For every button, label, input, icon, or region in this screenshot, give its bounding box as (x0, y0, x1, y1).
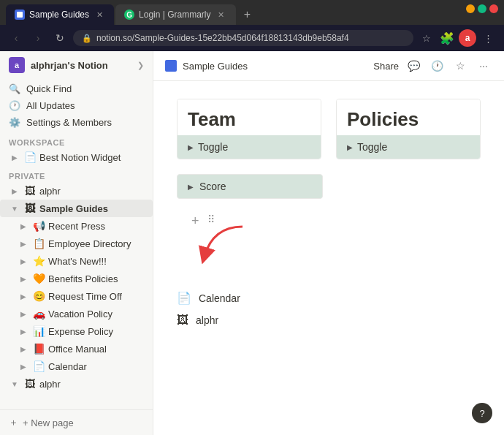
expand-arrow-icon: ▶ (18, 360, 29, 372)
forward-button[interactable]: › (29, 29, 47, 47)
sidebar-item-expense[interactable]: ▶ 📊 Expense Policy (0, 322, 153, 340)
close-button[interactable] (489, 4, 498, 13)
alphr-icon: 🖼 (23, 184, 37, 197)
add-block-icon[interactable]: + (191, 213, 199, 229)
help-button[interactable]: ? (472, 403, 492, 423)
page-favicon (165, 60, 177, 72)
expand-arrow-icon: ▶ (18, 238, 29, 249)
score-label: Score (199, 181, 226, 192)
sidebar-item-sample-guides[interactable]: ▼ 🖼 Sample Guides (0, 200, 153, 217)
expand-arrow-icon: ▶ (18, 308, 29, 319)
tab-grammarly-close[interactable]: ✕ (215, 9, 227, 20)
menu-icon[interactable]: ⋮ (479, 29, 497, 47)
policies-toggle[interactable]: ▶ Toggle (337, 135, 480, 159)
sidebar-item-settings[interactable]: ⚙️ Settings & Members (0, 114, 153, 131)
whats-new-icon: ⭐ (32, 254, 45, 268)
alphr2-icon: 🖼 (23, 377, 37, 390)
sidebar-item-alphr2[interactable]: ▼ 🖼 alphr (0, 375, 153, 393)
link-alphr[interactable]: 🖼 alphr (177, 309, 481, 331)
more-options-icon[interactable]: ··· (475, 57, 492, 75)
comment-icon[interactable]: 💬 (405, 57, 422, 75)
sidebar-item-employee-directory[interactable]: ▶ 📋 Employee Directory (0, 235, 153, 252)
extensions-icon[interactable]: 🧩 (438, 29, 456, 47)
favorite-icon[interactable]: ☆ (451, 57, 469, 75)
address-bar[interactable]: 🔒 notion.so/Sample-Guides-15e22bb45d064f… (73, 30, 413, 46)
back-button[interactable]: ‹ (7, 29, 25, 47)
employee-icon: 📋 (32, 237, 45, 250)
sidebar-item-quick-find[interactable]: 🔍 Quick Find (0, 80, 153, 97)
employee-label: Employee Directory (48, 238, 150, 249)
toggle-arrow-icon: ▶ (347, 143, 353, 151)
office-manual-label: Office Manual (48, 344, 150, 355)
maximize-button[interactable] (478, 4, 486, 13)
history-icon[interactable]: 🕐 (428, 57, 446, 75)
recent-press-icon: 📢 (32, 219, 45, 232)
sidebar-item-request-time-off[interactable]: ▶ 😊 Request Time Off (0, 287, 153, 305)
sidebar-item-benefits[interactable]: ▶ 🧡 Benefits Policies (0, 270, 153, 287)
minimize-button[interactable] (466, 4, 475, 13)
new-page-button[interactable]: ＋ + New page (0, 409, 153, 435)
notion-favicon (15, 10, 25, 20)
bookmark-icon[interactable]: ☆ (418, 29, 435, 47)
sidebar-item-whats-new[interactable]: ▶ ⭐ What's New!!! (0, 252, 153, 270)
address-text: notion.so/Sample-Guides-15e22bb45d064f18… (96, 33, 349, 43)
toggle-arrow-icon: ▶ (188, 143, 194, 151)
tab-grammarly[interactable]: G Login | Grammarly ✕ (115, 4, 235, 25)
alphr-label: alphr (39, 186, 150, 197)
expand-down-arrow-icon: ▼ (9, 203, 20, 214)
block-grid: Team ▶ Toggle Policies ▶ Toggle (177, 99, 481, 159)
search-icon: 🔍 (9, 83, 20, 94)
arrow-area: + ⠿ (191, 213, 264, 272)
calendar-icon: 📄 (32, 360, 45, 373)
recent-press-label: Recent Press (48, 221, 150, 232)
sidebar-item-office-manual[interactable]: ▶ 📕 Office Manual (0, 340, 153, 358)
link-calendar[interactable]: 📄 Calendar (177, 287, 481, 309)
toolbar-actions: ☆ 🧩 a ⋮ (418, 29, 497, 47)
whats-new-label: What's New!!! (48, 256, 150, 267)
sample-guides-label: Sample Guides (39, 203, 150, 214)
time-off-label: Request Time Off (48, 291, 150, 302)
sidebar-item-recent-press[interactable]: ▶ 📢 Recent Press (0, 217, 153, 235)
svg-rect-0 (17, 12, 23, 18)
red-arrow-annotation (199, 219, 250, 273)
gear-icon: ⚙️ (9, 117, 20, 128)
expense-icon: 📊 (32, 325, 45, 338)
workspace-icon: a (9, 57, 25, 73)
sidebar-header[interactable]: a alphrjan's Notion ❯ (0, 51, 153, 79)
calendar-link-icon: 📄 (177, 291, 191, 305)
sidebar-item-calendar[interactable]: ▶ 📄 Calendar (0, 358, 153, 375)
tab-notion-close[interactable]: ✕ (93, 9, 105, 20)
workspace-chevron-icon: ❯ (137, 61, 144, 70)
team-block: Team ▶ Toggle (177, 99, 321, 159)
plus-icon: ＋ (9, 416, 18, 429)
profile-button[interactable]: a (459, 29, 476, 47)
tab-grammarly-title: Login | Grammarly (139, 10, 210, 20)
header-actions: Share 💬 🕐 ☆ ··· (373, 57, 492, 75)
score-block[interactable]: ▶ Score (177, 174, 323, 199)
calendar-label: Calendar (48, 361, 150, 372)
new-tab-button[interactable]: + (237, 4, 258, 25)
expand-arrow-icon: ▶ (9, 151, 20, 163)
team-heading: Team (177, 99, 321, 135)
sidebar-item-best-notion[interactable]: ▶ 📄 Best Notion Widget (0, 148, 153, 166)
private-section-label: PRIVATE (0, 166, 153, 182)
tab-notion[interactable]: Sample Guides ✕ (6, 4, 114, 25)
score-arrow-icon: ▶ (188, 183, 194, 191)
refresh-button[interactable]: ↻ (51, 29, 69, 47)
expand-arrow-icon: ▶ (18, 325, 29, 337)
team-toggle[interactable]: ▶ Toggle (177, 135, 321, 159)
workspace-name: alphrjan's Notion (31, 60, 131, 71)
page-icon: 📄 (23, 151, 37, 164)
time-off-icon: 😊 (32, 290, 45, 303)
sample-guides-icon: 🖼 (23, 202, 37, 215)
office-manual-icon: 📕 (32, 342, 45, 355)
expand-arrow-icon: ▶ (18, 255, 29, 267)
vacation-icon: 🚗 (32, 307, 45, 320)
sidebar-item-vacation[interactable]: ▶ 🚗 Vacation Policy (0, 305, 153, 322)
sidebar: a alphrjan's Notion ❯ 🔍 Quick Find 🕐 All… (0, 51, 153, 435)
sidebar-item-alphr[interactable]: ▶ 🖼 alphr (0, 182, 153, 200)
share-button[interactable]: Share (373, 61, 399, 72)
sidebar-item-all-updates[interactable]: 🕐 All Updates (0, 97, 153, 114)
expand-arrow-icon: ▶ (9, 185, 20, 197)
quick-find-label: Quick Find (26, 83, 72, 94)
